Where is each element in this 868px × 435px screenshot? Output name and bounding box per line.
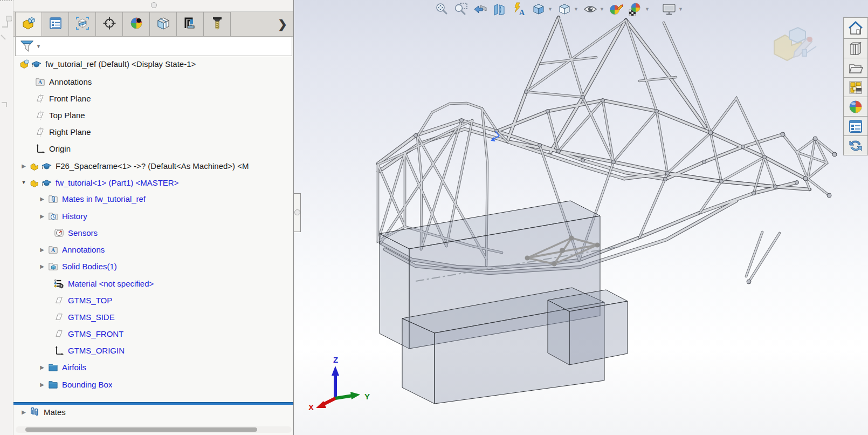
expand-arrow-icon[interactable]: ▶ xyxy=(38,262,46,270)
expand-arrow-icon[interactable]: ▶ xyxy=(19,407,28,416)
scrollbar-thumb[interactable] xyxy=(25,427,257,432)
part-icon xyxy=(29,160,40,171)
display-style-dropdown[interactable]: ▼ xyxy=(574,6,580,12)
tree-row[interactable]: Right Plane xyxy=(13,125,293,139)
apply-scene-dropdown[interactable]: ▼ xyxy=(645,6,651,12)
expand-arrow-icon[interactable]: ▶ xyxy=(38,245,46,254)
edit-part-watermark-icon xyxy=(769,26,817,66)
tree-item-label: Annotations xyxy=(49,77,92,86)
svg-text:A: A xyxy=(51,247,55,253)
svg-text:A: A xyxy=(38,79,42,85)
tree-row[interactable]: GTMS_ORIGIN xyxy=(13,343,293,357)
tree-item-label: Bounding Box xyxy=(62,380,112,389)
featuremanager-panel: ❯ ▼ fw_tutorial_ref (Default) <Display S… xyxy=(13,0,294,435)
tab-dimxpertmanager[interactable] xyxy=(96,12,123,36)
appearances-scenes-icon[interactable] xyxy=(843,97,868,117)
tab-featuremanager[interactable] xyxy=(15,12,42,36)
tree-row[interactable]: Top Plane xyxy=(13,108,293,122)
tree-item-label: GTMS_FRONT xyxy=(68,329,123,338)
edit-appearance-icon[interactable] xyxy=(608,2,624,17)
tree-row[interactable]: ▶ Bounding Box xyxy=(13,377,293,391)
blue-folder-icon xyxy=(47,379,58,390)
cam-operation-tree-icon xyxy=(183,16,197,32)
tab-displaymanager[interactable] xyxy=(123,12,150,36)
cam-feature-tree-icon xyxy=(156,16,170,32)
tab-configurationmanager[interactable] xyxy=(69,12,96,36)
tree-row[interactable]: Front Plane xyxy=(13,91,293,105)
view-settings-icon[interactable] xyxy=(661,2,677,17)
expand-arrow-icon[interactable]: ▶ xyxy=(38,380,46,389)
hide-show-dropdown[interactable]: ▼ xyxy=(600,6,606,12)
tree-item-label: History xyxy=(62,212,87,221)
sensors-icon xyxy=(53,227,64,238)
graduation-cap-icon xyxy=(41,177,52,188)
tree-item-label: Top Plane xyxy=(49,111,85,120)
expand-arrow-icon[interactable]: ▶ xyxy=(38,194,46,203)
dimxpertmanager-icon xyxy=(102,16,116,32)
annotation-views-icon[interactable]: A xyxy=(511,2,527,17)
featuremanager-tree-icon xyxy=(22,16,36,32)
plane-icon xyxy=(35,126,45,137)
hide-show-items-icon[interactable] xyxy=(582,2,598,17)
tab-bar-expand-button[interactable]: ❯ xyxy=(272,12,293,36)
panel-viewport-splitter[interactable] xyxy=(294,193,301,232)
tree-item-label: GTMS_TOP xyxy=(68,296,112,305)
design-library-icon[interactable] xyxy=(843,39,868,58)
tree-row[interactable]: Material <not specified> xyxy=(13,276,293,290)
view-palette-icon[interactable] xyxy=(843,78,868,97)
file-explorer-icon[interactable] xyxy=(843,58,868,78)
tree-row[interactable]: GTMS_TOP xyxy=(13,293,293,307)
tab-propertymanager[interactable] xyxy=(42,12,69,36)
tree-row[interactable]: GTMS_FRONT xyxy=(13,327,293,341)
tree-row[interactable]: ▶ History xyxy=(13,209,293,223)
zoom-to-fit-icon[interactable] xyxy=(433,2,450,17)
view-orientation-icon[interactable] xyxy=(531,2,547,17)
tree-row[interactable]: ▶ Mates in fw_tutorial_ref xyxy=(13,192,293,206)
tree-filter-input[interactable]: ▼ xyxy=(15,37,292,56)
zoom-to-area-icon[interactable] xyxy=(453,2,469,17)
origin-icon xyxy=(53,345,64,356)
paperclips-icon xyxy=(29,406,40,417)
dock-ghost-icons xyxy=(0,11,13,140)
triad-y-label: Y xyxy=(364,392,370,401)
collapse-arrow-icon[interactable]: ▼ xyxy=(19,178,28,187)
panel-top-splitter[interactable] xyxy=(13,0,293,12)
tree-row[interactable]: ▶ Mates xyxy=(13,405,293,419)
splitter-grip[interactable] xyxy=(294,209,300,215)
tab-cam-feature-tree[interactable] xyxy=(150,12,177,36)
plane-icon xyxy=(53,328,64,339)
tree-row[interactable]: ▶ Solid Bodies(1) xyxy=(13,259,293,273)
tree-row[interactable]: A Annotations xyxy=(13,74,293,89)
apply-scene-icon[interactable] xyxy=(628,2,644,17)
tree-item-label: Right Plane xyxy=(49,127,91,137)
horizontal-scrollbar[interactable] xyxy=(16,426,292,433)
tree-row[interactable]: ▶ Airfoils xyxy=(13,360,293,374)
previous-view-icon[interactable] xyxy=(472,2,488,17)
tree-item-label: Sensors xyxy=(68,228,98,237)
splitter-grip[interactable] xyxy=(151,2,157,8)
view-settings-dropdown[interactable]: ▼ xyxy=(678,6,685,12)
tab-cam-tools[interactable] xyxy=(204,12,231,36)
expand-arrow-icon[interactable]: ▶ xyxy=(38,212,46,220)
tree-row[interactable]: ▶ A Annotations xyxy=(13,242,293,256)
graduation-cap-icon xyxy=(41,160,52,171)
tree-row[interactable]: ▶ F26_Spaceframe<1> ->? (Default<As Mach… xyxy=(13,159,293,173)
tree-row[interactable]: fw_tutorial_ref (Default) <Display State… xyxy=(13,57,293,71)
tree-row[interactable]: Origin xyxy=(13,141,293,155)
filter-dropdown-caret[interactable]: ▼ xyxy=(36,44,41,49)
tree-row[interactable]: Sensors xyxy=(13,226,293,240)
section-view-icon[interactable] xyxy=(492,2,508,17)
tab-cam-operation-tree[interactable] xyxy=(177,12,204,36)
tree-row[interactable]: GTMS_SIDE xyxy=(13,310,293,324)
custom-properties-icon[interactable] xyxy=(843,117,868,136)
expand-arrow-icon[interactable]: ▶ xyxy=(38,363,46,371)
display-style-icon[interactable] xyxy=(556,2,573,17)
bounding-boxes xyxy=(380,201,628,404)
tree-row[interactable]: ▼ fw_tutorial<1> (Part1) <MASTER> xyxy=(13,175,293,189)
graphics-viewport[interactable]: A ▼ ▼ ▼ ▼ ▼ xyxy=(294,0,868,435)
expand-arrow-icon[interactable]: ▶ xyxy=(19,161,28,170)
home-icon[interactable] xyxy=(843,17,868,39)
filter-funnel-icon[interactable] xyxy=(19,38,35,55)
view-orientation-dropdown[interactable]: ▼ xyxy=(548,6,554,12)
forum-refresh-icon[interactable] xyxy=(843,136,868,155)
